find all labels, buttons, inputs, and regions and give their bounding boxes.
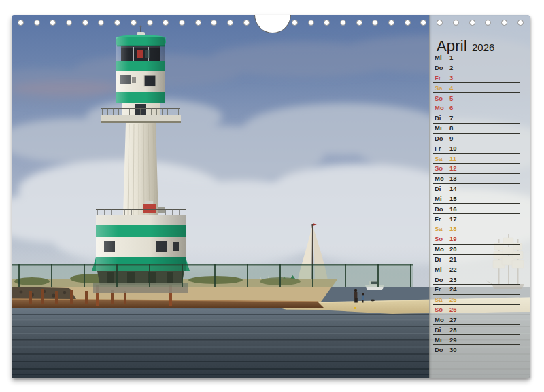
calendar-day-row: Di14: [433, 184, 520, 194]
calendar-day-row: Do2: [433, 63, 520, 73]
day-abbr: Sa: [435, 296, 449, 303]
day-abbr: Mo: [435, 105, 449, 111]
day-number: 4: [449, 85, 453, 92]
day-number: 18: [449, 226, 457, 232]
fence: [12, 264, 413, 287]
calendar-day-row: Di7: [433, 113, 520, 124]
calendar-day-row: So12: [433, 164, 520, 174]
calendar-product-photo: April2026 Mi1Do2Fr3Sa4So5Mo6Di7Mi8Do9Fr1…: [0, 0, 544, 392]
calendar-page: April2026 Mi1Do2Fr3Sa4So5Mo6Di7Mi8Do9Fr1…: [12, 15, 530, 378]
day-number: 2: [449, 65, 453, 71]
day-number: 5: [449, 95, 453, 102]
day-abbr: Mo: [435, 317, 449, 323]
calendar-overlay-panel: April2026 Mi1Do2Fr3Sa4So5Mo6Di7Mi8Do9Fr1…: [429, 15, 530, 378]
day-number: 13: [449, 175, 457, 182]
day-number: 19: [449, 236, 457, 243]
calendar-day-row: Sa25: [433, 295, 520, 305]
calendar-day-row: So5: [433, 93, 520, 103]
calendar-day-row: Sa4: [433, 83, 520, 93]
day-abbr: So: [435, 165, 449, 172]
day-abbr: Mi: [435, 54, 449, 61]
day-abbr: Mi: [435, 196, 449, 202]
month-name: April: [437, 37, 467, 54]
day-number: 21: [449, 256, 457, 263]
calendar-day-row: Do23: [433, 274, 520, 285]
calendar-day-row: Fr24: [433, 285, 520, 295]
day-number: 26: [449, 306, 457, 313]
calendar-day-row: Mo13: [433, 174, 520, 184]
day-number: 29: [449, 337, 457, 344]
calendar-day-row: Do30: [433, 345, 520, 355]
day-abbr: Di: [435, 185, 449, 192]
day-abbr: Sa: [435, 226, 449, 232]
day-number: 24: [449, 286, 457, 293]
day-number: 11: [449, 156, 456, 162]
day-abbr: Mi: [435, 337, 449, 344]
calendar-day-row: Fr17: [433, 214, 520, 224]
day-abbr: Sa: [435, 156, 449, 162]
day-number: 12: [449, 165, 457, 172]
day-abbr: Do: [435, 277, 449, 283]
day-abbr: Mi: [435, 266, 449, 273]
day-number: 1: [449, 54, 453, 61]
day-number: 15: [449, 196, 457, 202]
day-number: 25: [449, 296, 457, 303]
day-abbr: Do: [435, 206, 449, 213]
day-abbr: Di: [435, 115, 449, 122]
day-abbr: Mi: [435, 125, 449, 132]
day-abbr: Di: [435, 256, 449, 263]
day-abbr: Fr: [435, 145, 449, 152]
day-abbr: Fr: [435, 216, 449, 223]
day-number: 30: [449, 346, 457, 353]
day-abbr: Do: [435, 346, 449, 353]
day-number: 28: [449, 327, 457, 334]
day-number: 16: [449, 206, 457, 213]
calendar-day-row: So26: [433, 305, 520, 315]
calendar-day-row: Di21: [433, 255, 520, 265]
calendar-day-row: Mo27: [433, 315, 520, 325]
calendar-day-row: Do9: [433, 134, 520, 144]
calendar-day-row: Mi22: [433, 264, 520, 274]
day-abbr: Mo: [435, 246, 449, 253]
day-abbr: Do: [435, 65, 449, 71]
calendar-day-row: Sa18: [433, 224, 520, 234]
day-number: 14: [449, 185, 457, 192]
day-abbr: Sa: [435, 85, 449, 92]
day-number: 3: [449, 75, 453, 82]
calendar-day-row: Mo20: [433, 245, 520, 255]
day-abbr: So: [435, 95, 449, 102]
day-number: 22: [449, 266, 457, 273]
day-abbr: Fr: [435, 75, 449, 82]
calendar-day-row: Fr10: [433, 143, 520, 154]
day-number: 8: [449, 125, 453, 132]
day-abbr: Mo: [435, 175, 449, 182]
calendar-day-row: Do16: [433, 204, 520, 214]
day-number: 20: [449, 246, 457, 253]
day-number: 23: [449, 277, 457, 283]
day-abbr: So: [435, 236, 449, 243]
calendar-day-row: Mi8: [433, 124, 520, 134]
day-abbr: Di: [435, 327, 449, 334]
day-abbr: Do: [435, 135, 449, 142]
calendar-day-row: Di28: [433, 325, 520, 335]
day-number: 6: [449, 105, 453, 111]
day-number: 7: [449, 115, 453, 122]
calendar-day-row: Fr3: [433, 73, 520, 84]
year-label: 2026: [472, 41, 494, 53]
calendar-day-row: So19: [433, 234, 520, 245]
calendar-day-row: Sa11: [433, 154, 520, 164]
day-abbr: So: [435, 306, 449, 313]
calendar-day-row: Mi15: [433, 194, 520, 204]
calendar-day-row: Mi1: [433, 53, 520, 63]
day-number: 9: [449, 135, 453, 142]
calendar-day-row: Mi29: [433, 335, 520, 345]
day-number: 27: [449, 317, 457, 323]
day-abbr: Fr: [435, 286, 449, 293]
day-list: Mi1Do2Fr3Sa4So5Mo6Di7Mi8Do9Fr10Sa11So12M…: [433, 53, 520, 355]
day-number: 10: [449, 145, 457, 152]
day-number: 17: [449, 216, 457, 223]
calendar-day-row: Mo6: [433, 103, 520, 113]
